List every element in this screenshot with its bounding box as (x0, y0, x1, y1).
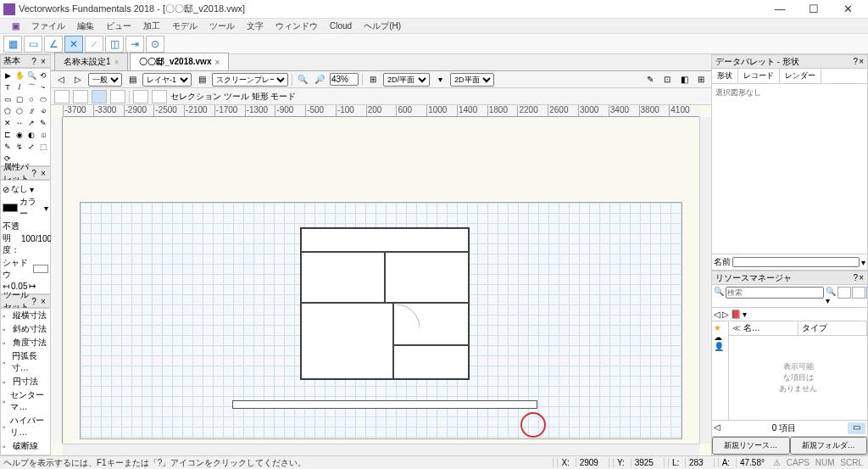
toolset-item[interactable]: ◦円寸法 (1, 375, 50, 388)
menu-edit[interactable]: 編集 (72, 19, 99, 34)
callout-tool[interactable]: ↗ (25, 117, 37, 129)
text-tool[interactable]: T (2, 81, 14, 93)
search-input[interactable] (726, 287, 824, 299)
palette-close-icon[interactable]: × (859, 273, 864, 282)
toolset-item[interactable]: ◦円弧長寸… (1, 349, 50, 375)
snap-distance-button[interactable]: ⇥ (125, 36, 144, 53)
split-tool[interactable]: ⤢ (25, 141, 37, 153)
tool-icon-3[interactable]: ◧ (677, 73, 691, 87)
scrollbar-horizontal[interactable] (63, 444, 699, 455)
nav-fwd-button[interactable]: ▷ (71, 73, 85, 87)
toolset-item[interactable]: ◦破断線 (1, 439, 50, 453)
menu-tools[interactable]: ツール (204, 19, 240, 34)
pan-tool[interactable]: ✋ (14, 70, 25, 81)
snap-object-button[interactable]: ▭ (24, 36, 42, 53)
view-options-icon[interactable]: ▾ (433, 73, 447, 87)
snap-angle-button[interactable]: ∠ (44, 36, 63, 53)
polygon-tool[interactable]: ⬠ (2, 105, 14, 117)
res-dropdown[interactable]: ▾ (743, 310, 747, 319)
fit-page-icon[interactable]: ⊞ (366, 73, 380, 87)
menu-modify[interactable]: 加工 (138, 19, 165, 34)
menu-text[interactable]: 文字 (242, 19, 269, 34)
render-select[interactable]: 2D平面 (450, 73, 494, 87)
palette-close-icon[interactable]: × (39, 169, 47, 178)
layer-select[interactable]: レイヤ-1 (142, 73, 192, 87)
new-folder-button[interactable]: 新規フォルダ… (790, 437, 868, 455)
attr-tool[interactable]: ✎ (2, 141, 14, 153)
arc-tool[interactable]: ⌒ (25, 81, 37, 93)
tool-icon-2[interactable]: ⊡ (660, 73, 674, 87)
res-tree[interactable]: ★ ☁ 👤 (712, 321, 729, 420)
menu-help[interactable]: ヘルプ(H) (359, 19, 406, 34)
shadow-swatch[interactable] (33, 265, 48, 273)
res-preview-toggle[interactable]: ▭ (848, 422, 865, 434)
mode-btn-3[interactable] (92, 90, 107, 103)
flyover-tool[interactable]: ⟲ (37, 70, 49, 81)
mode-btn-5[interactable] (133, 90, 148, 103)
tool-icon-1[interactable]: ✎ (643, 73, 657, 87)
spiral-tool[interactable]: ꩜ (37, 105, 49, 117)
snap-tangent-button[interactable]: ⊙ (146, 36, 164, 53)
palette-help-icon[interactable]: ? (30, 297, 38, 306)
dim-tool[interactable]: ↔ (14, 117, 25, 129)
res-book-icon[interactable]: 📕 (731, 310, 741, 319)
reshape-tool[interactable]: ↯ (14, 141, 25, 153)
rounded-rect-tool[interactable]: ▢ (14, 93, 25, 105)
mode-btn-6[interactable] (152, 90, 167, 103)
res-col-name[interactable]: ≪ 名… (729, 321, 798, 335)
view-thumb-button[interactable] (837, 287, 851, 299)
mode-btn-1[interactable] (54, 90, 70, 103)
close-button[interactable]: ✕ (831, 1, 865, 18)
palette-close-icon[interactable]: × (859, 57, 864, 66)
nav-back-button[interactable]: ◁ (54, 73, 68, 87)
clip-tool[interactable]: ⬚ (37, 141, 49, 153)
menu-cloud[interactable]: Cloud (325, 20, 357, 32)
pen-color-swatch[interactable] (3, 204, 18, 212)
class-options-icon[interactable]: ▤ (125, 73, 139, 87)
light-tool[interactable]: ◉ (14, 129, 25, 141)
new-resource-button[interactable]: 新規リソース… (712, 437, 790, 455)
scrollbar-vertical[interactable] (699, 117, 711, 444)
eyedropper-tool[interactable]: ✎ (37, 117, 49, 129)
res-nav-back[interactable]: ◁ (714, 310, 721, 319)
search-options-icon[interactable]: 🔍▾ (826, 287, 836, 305)
polyline-tool[interactable]: ⬡ (14, 105, 25, 117)
palette-close-icon[interactable]: × (39, 57, 47, 66)
mirror-tool[interactable]: ⎅ (37, 129, 49, 141)
selection-tool[interactable]: ▶ (2, 70, 14, 81)
toolset-item[interactable]: ◦斜め寸法 (1, 322, 50, 336)
line-tool[interactable]: / (14, 81, 25, 93)
fill-none-icon[interactable]: ⊘ (3, 185, 9, 194)
data-tab-shape[interactable]: 形状 (712, 69, 738, 83)
doc-tab-active[interactable]: 〇〇邸_v2018.vwx× (130, 53, 229, 70)
class-select[interactable]: 一般 (88, 73, 122, 87)
res-scroll-left[interactable]: ◁ (714, 422, 721, 434)
snap-smart-button[interactable]: ⟋ (85, 36, 103, 53)
rect-tool[interactable]: ▭ (2, 93, 14, 105)
toolset-item[interactable]: ◦センターマ… (1, 388, 50, 414)
zoom-in-icon[interactable]: 🔎 (313, 73, 326, 87)
snap-grid-button[interactable]: ▦ (3, 36, 22, 53)
palette-help-icon[interactable]: ? (30, 169, 38, 178)
mode-btn-4[interactable] (110, 90, 125, 103)
minimize-button[interactable]: — (763, 1, 797, 18)
fill-dropdown[interactable]: ▾ (30, 185, 34, 194)
star-icon[interactable]: ★ (714, 323, 726, 332)
section-bar[interactable] (232, 400, 537, 409)
palette-close-icon[interactable]: × (39, 297, 47, 306)
menu-model[interactable]: モデル (167, 19, 203, 34)
floorplan[interactable] (300, 227, 470, 380)
plane-select[interactable]: スクリーンプレーン (212, 73, 288, 87)
mode-btn-2[interactable] (73, 90, 88, 103)
data-tab-render[interactable]: レンダー (780, 69, 821, 83)
tab-close-icon[interactable]: × (214, 58, 220, 67)
res-col-type[interactable]: タイプ (798, 321, 868, 335)
double-line-tool[interactable]: ⫽ (25, 105, 37, 117)
view-select[interactable]: 2D/平面 (383, 73, 430, 87)
cloud-icon[interactable]: ☁ (714, 332, 726, 342)
maximize-button[interactable]: ☐ (797, 1, 831, 18)
doc-tab-untitled[interactable]: 名称未設定1× (54, 53, 128, 70)
snap-intersect-button[interactable]: ✕ (64, 36, 83, 53)
toolset-item[interactable]: ◦角度寸法 (1, 336, 50, 349)
data-tab-record[interactable]: レコード (738, 69, 780, 83)
